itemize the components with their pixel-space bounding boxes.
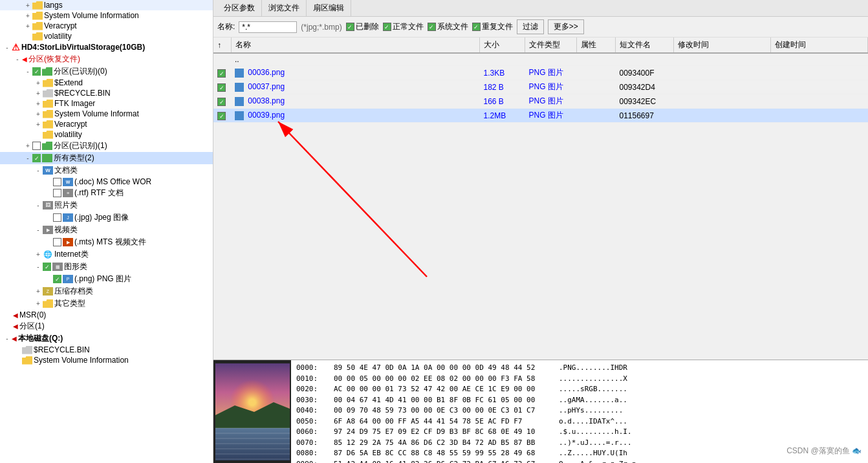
sidebar-item-other[interactable]: + 其它类型 (0, 297, 213, 310)
table-row[interactable]: 00038.png 166 B PNG 图片 009342EC (213, 94, 868, 109)
folder-icon-veracrypt2 (43, 120, 53, 129)
tab-partition-params[interactable]: 分区参数 (217, 0, 262, 16)
expand-compress[interactable]: + (34, 287, 43, 296)
th-size[interactable]: 大小 (480, 38, 525, 53)
cb-mts[interactable] (53, 238, 61, 246)
sidebar-item-mts[interactable]: - ▶ (.mts) MTS 视频文件 (0, 236, 213, 248)
sidebar-item-partition-recovery[interactable]: - ◀ 分区(恢复文件) (0, 53, 213, 65)
expand-partition-0[interactable]: - (23, 67, 32, 76)
sidebar-item-ftk[interactable]: + FTK Imager (0, 98, 213, 109)
sidebar-item-doc-types[interactable]: - W 文档类 (0, 164, 213, 177)
cb-all-types[interactable] (32, 154, 41, 162)
sidebar-item-local-disk-q[interactable]: - ◀ 本地磁盘(Q:) (0, 332, 213, 345)
expand-extend[interactable]: + (34, 78, 43, 87)
sidebar-item-veracrypt-top[interactable]: + Veracrypt (0, 21, 213, 31)
hex-panel[interactable]: 0000: 89 50 4E 47 0D 0A 1A 0A 00 00 00 0… (291, 360, 868, 463)
folder-icon-rtf: ≡ (63, 189, 73, 197)
expand-video-types[interactable]: - (34, 226, 43, 235)
sidebar-item-volatility-top[interactable]: - volatility (0, 31, 213, 41)
cb-deleted[interactable] (346, 23, 354, 31)
sidebar-item-volatility2[interactable]: - volatility (0, 129, 213, 140)
cb-normal[interactable] (383, 23, 391, 31)
cb-rtf[interactable] (53, 189, 61, 197)
expand-other[interactable]: + (34, 299, 43, 308)
table-row-parent[interactable]: .. (213, 53, 868, 66)
sidebar-item-compress[interactable]: + Z 压缩存档类 (0, 285, 213, 297)
cb-partition-0[interactable] (32, 67, 41, 76)
row-cb-1[interactable] (217, 69, 226, 78)
expand-veracrypt2[interactable]: + (34, 120, 43, 129)
filter-button[interactable]: 过滤 (517, 19, 544, 34)
cb-jpg[interactable] (53, 213, 61, 222)
folder-icon-ftk (43, 100, 53, 108)
sidebar-item-partition-label-1[interactable]: ◀ 分区(1) (0, 320, 213, 332)
sidebar-item-video-types[interactable]: - ▶ 视频类 (0, 224, 213, 236)
expand-doc-types[interactable]: - (34, 166, 43, 175)
sidebar-item-msr0[interactable]: ◀ MSR(0) (0, 310, 213, 320)
expand-internet[interactable]: + (34, 250, 43, 259)
file-attr-1 (577, 66, 616, 80)
expand-graphics[interactable]: - (34, 263, 43, 272)
th-sort[interactable]: ↑ (213, 38, 231, 53)
sidebar-item-png[interactable]: - P (.png) PNG 图片 (0, 273, 213, 285)
sidebar-item-svi2[interactable]: + System Volume Informat (0, 109, 213, 119)
sidebar-item-doc-rtf[interactable]: - ≡ (.rtf) RTF 文档 (0, 187, 213, 199)
expand-veracrypt-top[interactable]: + (23, 21, 32, 30)
sidebar-item-svi-q[interactable]: - System Volume Information (0, 355, 213, 365)
cb-graphics[interactable] (43, 263, 51, 271)
th-name[interactable]: 名称 (231, 38, 480, 53)
sidebar-item-recycle-bin[interactable]: + $RECYCLE.BIN (0, 88, 213, 98)
expand-partition-1[interactable]: + (23, 142, 32, 151)
cb-duplicate[interactable] (472, 23, 481, 31)
expand-local-disk-q[interactable]: - (3, 334, 12, 343)
expand-svi[interactable]: + (23, 11, 32, 20)
folder-icon-photo: 🖼 (43, 201, 53, 210)
expand-photo-types[interactable]: - (34, 201, 43, 210)
th-attr[interactable]: 属性 (577, 38, 616, 53)
more-button[interactable]: 更多>> (548, 19, 584, 34)
th-type[interactable]: 文件类型 (525, 38, 577, 53)
table-row[interactable]: 00037.png 182 B PNG 图片 009342D4 (213, 80, 868, 94)
expand-partition-recovery[interactable]: - (13, 55, 22, 64)
sidebar-item-graphics[interactable]: - ▦ 图形类 (0, 261, 213, 273)
th-short[interactable]: 短文件名 (616, 38, 674, 53)
tab-sector-edit[interactable]: 扇区编辑 (307, 0, 351, 16)
file-name-4: 00039.png (248, 111, 285, 120)
sidebar-item-internet[interactable]: + 🌐 Internet类 (0, 248, 213, 261)
sidebar-item-recycle-q[interactable]: - $RECYCLE.BIN (0, 345, 213, 355)
sidebar-item-partition-0[interactable]: - 分区(已识别)(0) (0, 65, 213, 78)
expand-langs[interactable]: + (23, 1, 32, 10)
cb-png[interactable] (53, 275, 61, 283)
sidebar-item-veracrypt2[interactable]: + Veracrypt (0, 119, 213, 129)
cb-doc-office[interactable] (53, 178, 61, 186)
cb-partition-1[interactable] (32, 142, 41, 150)
sidebar-item-doc-office[interactable]: - W (.doc) MS Office WOR (0, 177, 213, 187)
tab-browse-files[interactable]: 浏览文件 (262, 0, 307, 16)
expand-svi2[interactable]: + (34, 109, 43, 118)
row-cb-4[interactable] (217, 112, 226, 120)
sidebar-item-jpg[interactable]: - J (.jpg) Jpeg 图像 (0, 211, 213, 224)
th-modified[interactable]: 修改时间 (674, 38, 771, 53)
filter-input[interactable] (239, 21, 297, 33)
file-modified-1 (674, 66, 771, 80)
expand-recycle-bin[interactable]: + (34, 89, 43, 98)
sidebar-item-svi[interactable]: + System Volume Information (0, 10, 213, 21)
sidebar-item-photo-types[interactable]: - 🖼 照片类 (0, 199, 213, 211)
sidebar-item-partition-1[interactable]: + 分区(已识别)(1) (0, 140, 213, 152)
sidebar-item-hd4[interactable]: - ⚠ HD4:StorLibVirtualStorage(10GB) (0, 41, 213, 53)
cb-system[interactable] (428, 23, 436, 31)
sidebar-item-extend[interactable]: + $Extend (0, 78, 213, 88)
table-row-selected[interactable]: 00039.png 1.2MB PNG 图片 01156697 (213, 109, 868, 123)
row-cb-2[interactable] (217, 83, 226, 92)
expand-all-types[interactable]: - (23, 154, 32, 163)
th-created[interactable]: 创建时间 (771, 38, 868, 53)
table-row[interactable]: 00036.png 1.3KB PNG 图片 0093400F (213, 66, 868, 80)
expand-hd4[interactable]: - (3, 43, 12, 52)
expand-ftk[interactable]: + (34, 99, 43, 108)
row-cb-3[interactable] (217, 98, 226, 106)
cb-normal-label: 正常文件 (393, 21, 424, 32)
filter-ext: (*jpg;*.bmp) (301, 23, 342, 32)
sidebar-item-all-types[interactable]: - 所有类型(2) (0, 152, 213, 164)
file-type-3: PNG 图片 (525, 94, 577, 109)
sidebar-item-langs[interactable]: + langs (0, 0, 213, 10)
